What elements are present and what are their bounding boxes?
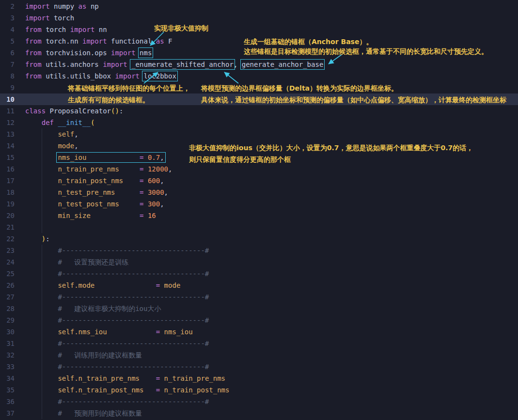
code-token bbox=[25, 281, 58, 289]
code-text: self.n_train_pre_nms = n_train_pre_nms bbox=[25, 373, 225, 384]
code-line-34[interactable]: 34 self.n_train_pre_nms = n_train_pre_nm… bbox=[0, 373, 518, 384]
code-line-24[interactable]: 24 # 设置预测还是训练 bbox=[0, 256, 518, 268]
code-line-16[interactable]: 16 n_train_pre_nms = 12000, bbox=[0, 163, 518, 175]
line-number[interactable]: 10 bbox=[0, 93, 15, 105]
code-token: # 预测用到的建议框数量 bbox=[58, 409, 142, 417]
code-token: 16 bbox=[148, 212, 156, 219]
line-number[interactable]: 29 bbox=[0, 314, 15, 326]
code-line-35[interactable]: 35 self.n_train_post_nms = n_train_post_… bbox=[0, 384, 518, 396]
code-token: n_train_post_nms bbox=[164, 386, 230, 394]
code-line-18[interactable]: 18 n_test_pre_nms = 3000, bbox=[0, 187, 518, 198]
line-number[interactable]: 24 bbox=[0, 256, 15, 268]
code-line-31[interactable]: 31 #-----------------------------------# bbox=[0, 338, 518, 349]
line-number[interactable]: 18 bbox=[0, 187, 15, 198]
code-line-13[interactable]: 13 self, bbox=[0, 128, 518, 140]
code-token: 300 bbox=[148, 200, 160, 208]
code-line-33[interactable]: 33 #-----------------------------------# bbox=[0, 361, 518, 373]
line-number[interactable]: 16 bbox=[0, 163, 15, 175]
code-line-23[interactable]: 23 #-----------------------------------# bbox=[0, 245, 518, 256]
line-number[interactable]: 28 bbox=[0, 303, 15, 314]
code-line-32[interactable]: 32 # 训练用到的建议框数量 bbox=[0, 349, 518, 361]
code-text: from utils.utils_bbox import loc2bbox bbox=[25, 70, 176, 82]
code-token: import bbox=[111, 49, 136, 57]
line-number[interactable]: 2 bbox=[0, 0, 15, 12]
line-number[interactable]: 3 bbox=[0, 12, 15, 24]
code-text: from torch import nn bbox=[25, 24, 107, 35]
code-token: # 训练用到的建议框数量 bbox=[58, 351, 142, 359]
code-token: torch bbox=[50, 14, 75, 22]
line-number[interactable]: 34 bbox=[0, 373, 15, 384]
code-token: self bbox=[58, 130, 74, 138]
code-line-11[interactable]: 11class ProposalCreator(): bbox=[0, 105, 518, 117]
line-number[interactable]: 22 bbox=[0, 233, 15, 245]
code-token: #-----------------------------------# bbox=[58, 270, 209, 278]
code-text: # 建议框非极大抑制的iou大小 bbox=[25, 303, 161, 314]
line-number[interactable]: 13 bbox=[0, 128, 15, 140]
line-number[interactable]: 11 bbox=[0, 105, 15, 117]
code-token: n_train_pre_nms bbox=[58, 165, 119, 173]
line-number[interactable]: 26 bbox=[0, 280, 15, 291]
code-line-12[interactable]: 12 def __init__( bbox=[0, 117, 518, 128]
code-line-2[interactable]: 2import numpy as np bbox=[0, 0, 518, 12]
line-number[interactable]: 23 bbox=[0, 245, 15, 256]
code-token bbox=[25, 235, 42, 243]
code-line-30[interactable]: 30 self.nms_iou = nms_iou bbox=[0, 326, 518, 338]
code-line-17[interactable]: 17 n_train_post_nms = 600, bbox=[0, 175, 518, 187]
line-number[interactable]: 37 bbox=[0, 407, 15, 419]
annotation-loc2bbox-line1: 将模型预测的边界框偏移量（Delta）转换为实际的边界框坐标。 bbox=[201, 84, 398, 92]
annotation-nms-iou-line1: 非极大值抑制的ious（交并比）大小，设置为0.7，意思是说如果两个框重叠度大于… bbox=[189, 144, 473, 152]
code-line-7[interactable]: 7from utils.anchors import _enumerate_sh… bbox=[0, 59, 518, 70]
line-number[interactable]: 20 bbox=[0, 210, 15, 221]
code-line-19[interactable]: 19 n_test_post_nms = 300, bbox=[0, 198, 518, 210]
code-token: loc2bbox bbox=[143, 72, 176, 80]
code-token: = bbox=[156, 328, 164, 336]
code-text: #-----------------------------------# bbox=[25, 361, 209, 373]
code-token: 0.7 bbox=[148, 154, 160, 161]
code-token bbox=[25, 130, 58, 138]
code-line-25[interactable]: 25 #-----------------------------------# bbox=[0, 268, 518, 280]
code-line-22[interactable]: 22 ): bbox=[0, 233, 518, 245]
code-line-20[interactable]: 20 min_size = 16 bbox=[0, 210, 518, 221]
line-number[interactable]: 14 bbox=[0, 140, 15, 152]
line-number[interactable]: 12 bbox=[0, 117, 15, 128]
line-number[interactable]: 25 bbox=[0, 268, 15, 280]
line-number[interactable]: 31 bbox=[0, 338, 15, 349]
code-token: : bbox=[119, 107, 123, 115]
code-token: import bbox=[103, 61, 127, 68]
line-number[interactable]: 17 bbox=[0, 175, 15, 187]
code-text: self, bbox=[25, 128, 78, 140]
code-editor[interactable]: 2import numpy as np3import torch4from to… bbox=[0, 0, 518, 420]
code-line-27[interactable]: 27 #-----------------------------------# bbox=[0, 291, 518, 303]
line-number[interactable]: 27 bbox=[0, 291, 15, 303]
code-text: from torchvision.ops import nms bbox=[25, 47, 152, 59]
line-number[interactable]: 4 bbox=[0, 24, 15, 35]
line-number[interactable]: 33 bbox=[0, 361, 15, 373]
line-number[interactable]: 9 bbox=[0, 82, 15, 93]
code-token: from bbox=[25, 61, 42, 68]
code-line-26[interactable]: 26 self.mode = mode bbox=[0, 280, 518, 291]
line-number[interactable]: 19 bbox=[0, 198, 15, 210]
code-token: = bbox=[140, 154, 148, 161]
code-token: , bbox=[160, 200, 164, 208]
code-line-36[interactable]: 36 #-----------------------------------# bbox=[0, 396, 518, 407]
code-line-8[interactable]: 8from utils.utils_bbox import loc2bbox bbox=[0, 70, 518, 82]
line-number[interactable]: 6 bbox=[0, 47, 15, 59]
line-number[interactable]: 8 bbox=[0, 70, 15, 82]
code-line-28[interactable]: 28 # 建议框非极大抑制的iou大小 bbox=[0, 303, 518, 314]
code-line-21[interactable]: 21 bbox=[0, 221, 518, 233]
code-line-37[interactable]: 37 # 预测用到的建议框数量 bbox=[0, 407, 518, 419]
line-number[interactable]: 7 bbox=[0, 59, 15, 70]
code-token bbox=[25, 305, 58, 312]
line-number[interactable]: 35 bbox=[0, 384, 15, 396]
line-number[interactable]: 21 bbox=[0, 221, 15, 233]
line-number[interactable]: 36 bbox=[0, 396, 15, 407]
line-number[interactable]: 32 bbox=[0, 349, 15, 361]
code-line-4[interactable]: 4from torch import nn bbox=[0, 24, 518, 35]
line-number[interactable]: 15 bbox=[0, 152, 15, 163]
code-token bbox=[25, 119, 42, 126]
annotation-nms-note: 实现非极大值抑制 bbox=[154, 24, 208, 32]
line-number[interactable]: 30 bbox=[0, 326, 15, 338]
line-number[interactable]: 5 bbox=[0, 35, 15, 47]
code-line-29[interactable]: 29 #-----------------------------------# bbox=[0, 314, 518, 326]
code-line-3[interactable]: 3import torch bbox=[0, 12, 518, 24]
